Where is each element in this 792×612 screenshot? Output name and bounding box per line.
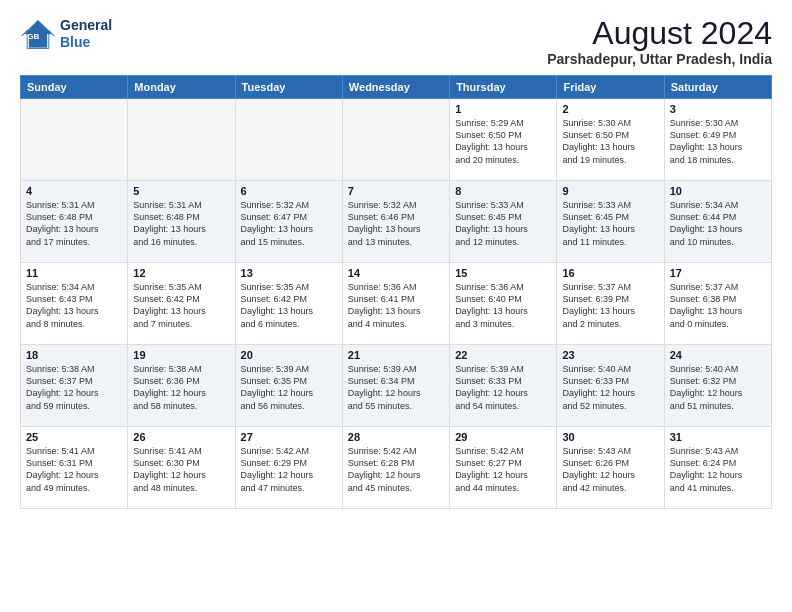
day-info: Sunrise: 5:40 AM Sunset: 6:33 PM Dayligh…	[562, 363, 658, 412]
logo-icon: GB	[20, 16, 56, 52]
calendar-cell: 5Sunrise: 5:31 AM Sunset: 6:48 PM Daylig…	[128, 181, 235, 263]
calendar-cell: 24Sunrise: 5:40 AM Sunset: 6:32 PM Dayli…	[664, 345, 771, 427]
day-info: Sunrise: 5:33 AM Sunset: 6:45 PM Dayligh…	[455, 199, 551, 248]
day-number: 4	[26, 185, 122, 197]
day-number: 31	[670, 431, 766, 443]
day-number: 20	[241, 349, 337, 361]
weekday-header: Tuesday	[235, 76, 342, 99]
day-number: 12	[133, 267, 229, 279]
day-number: 9	[562, 185, 658, 197]
day-number: 14	[348, 267, 444, 279]
day-info: Sunrise: 5:37 AM Sunset: 6:38 PM Dayligh…	[670, 281, 766, 330]
weekday-header: Sunday	[21, 76, 128, 99]
calendar-cell: 3Sunrise: 5:30 AM Sunset: 6:49 PM Daylig…	[664, 99, 771, 181]
day-number: 22	[455, 349, 551, 361]
calendar-cell: 2Sunrise: 5:30 AM Sunset: 6:50 PM Daylig…	[557, 99, 664, 181]
calendar-cell: 20Sunrise: 5:39 AM Sunset: 6:35 PM Dayli…	[235, 345, 342, 427]
day-info: Sunrise: 5:33 AM Sunset: 6:45 PM Dayligh…	[562, 199, 658, 248]
day-number: 5	[133, 185, 229, 197]
day-info: Sunrise: 5:39 AM Sunset: 6:35 PM Dayligh…	[241, 363, 337, 412]
calendar-cell: 28Sunrise: 5:42 AM Sunset: 6:28 PM Dayli…	[342, 427, 449, 509]
day-number: 30	[562, 431, 658, 443]
day-number: 28	[348, 431, 444, 443]
calendar-week-row: 4Sunrise: 5:31 AM Sunset: 6:48 PM Daylig…	[21, 181, 772, 263]
logo: GB General Blue	[20, 16, 112, 52]
day-number: 29	[455, 431, 551, 443]
title-area: August 2024 Parshadepur, Uttar Pradesh, …	[547, 16, 772, 67]
day-info: Sunrise: 5:31 AM Sunset: 6:48 PM Dayligh…	[26, 199, 122, 248]
day-info: Sunrise: 5:32 AM Sunset: 6:46 PM Dayligh…	[348, 199, 444, 248]
day-number: 1	[455, 103, 551, 115]
day-info: Sunrise: 5:29 AM Sunset: 6:50 PM Dayligh…	[455, 117, 551, 166]
day-info: Sunrise: 5:42 AM Sunset: 6:27 PM Dayligh…	[455, 445, 551, 494]
calendar-cell: 15Sunrise: 5:36 AM Sunset: 6:40 PM Dayli…	[450, 263, 557, 345]
calendar-cell: 9Sunrise: 5:33 AM Sunset: 6:45 PM Daylig…	[557, 181, 664, 263]
calendar-cell: 23Sunrise: 5:40 AM Sunset: 6:33 PM Dayli…	[557, 345, 664, 427]
day-info: Sunrise: 5:43 AM Sunset: 6:24 PM Dayligh…	[670, 445, 766, 494]
calendar-cell: 26Sunrise: 5:41 AM Sunset: 6:30 PM Dayli…	[128, 427, 235, 509]
day-info: Sunrise: 5:41 AM Sunset: 6:30 PM Dayligh…	[133, 445, 229, 494]
day-number: 8	[455, 185, 551, 197]
day-info: Sunrise: 5:39 AM Sunset: 6:34 PM Dayligh…	[348, 363, 444, 412]
day-info: Sunrise: 5:42 AM Sunset: 6:28 PM Dayligh…	[348, 445, 444, 494]
day-number: 24	[670, 349, 766, 361]
calendar-cell: 29Sunrise: 5:42 AM Sunset: 6:27 PM Dayli…	[450, 427, 557, 509]
day-info: Sunrise: 5:40 AM Sunset: 6:32 PM Dayligh…	[670, 363, 766, 412]
calendar-cell: 16Sunrise: 5:37 AM Sunset: 6:39 PM Dayli…	[557, 263, 664, 345]
day-number: 6	[241, 185, 337, 197]
day-number: 19	[133, 349, 229, 361]
calendar-week-row: 25Sunrise: 5:41 AM Sunset: 6:31 PM Dayli…	[21, 427, 772, 509]
calendar-cell: 4Sunrise: 5:31 AM Sunset: 6:48 PM Daylig…	[21, 181, 128, 263]
logo-text: General Blue	[60, 17, 112, 51]
calendar-cell: 10Sunrise: 5:34 AM Sunset: 6:44 PM Dayli…	[664, 181, 771, 263]
calendar-week-row: 11Sunrise: 5:34 AM Sunset: 6:43 PM Dayli…	[21, 263, 772, 345]
calendar-cell: 8Sunrise: 5:33 AM Sunset: 6:45 PM Daylig…	[450, 181, 557, 263]
day-number: 26	[133, 431, 229, 443]
calendar-cell	[21, 99, 128, 181]
day-info: Sunrise: 5:31 AM Sunset: 6:48 PM Dayligh…	[133, 199, 229, 248]
calendar-cell: 17Sunrise: 5:37 AM Sunset: 6:38 PM Dayli…	[664, 263, 771, 345]
calendar-cell: 22Sunrise: 5:39 AM Sunset: 6:33 PM Dayli…	[450, 345, 557, 427]
day-info: Sunrise: 5:38 AM Sunset: 6:37 PM Dayligh…	[26, 363, 122, 412]
day-info: Sunrise: 5:41 AM Sunset: 6:31 PM Dayligh…	[26, 445, 122, 494]
calendar-week-row: 18Sunrise: 5:38 AM Sunset: 6:37 PM Dayli…	[21, 345, 772, 427]
day-info: Sunrise: 5:34 AM Sunset: 6:43 PM Dayligh…	[26, 281, 122, 330]
day-number: 10	[670, 185, 766, 197]
calendar-cell: 11Sunrise: 5:34 AM Sunset: 6:43 PM Dayli…	[21, 263, 128, 345]
calendar-cell: 14Sunrise: 5:36 AM Sunset: 6:41 PM Dayli…	[342, 263, 449, 345]
calendar-cell: 18Sunrise: 5:38 AM Sunset: 6:37 PM Dayli…	[21, 345, 128, 427]
day-number: 18	[26, 349, 122, 361]
calendar-cell: 7Sunrise: 5:32 AM Sunset: 6:46 PM Daylig…	[342, 181, 449, 263]
main-title: August 2024	[547, 16, 772, 51]
day-info: Sunrise: 5:30 AM Sunset: 6:49 PM Dayligh…	[670, 117, 766, 166]
calendar-cell: 19Sunrise: 5:38 AM Sunset: 6:36 PM Dayli…	[128, 345, 235, 427]
day-info: Sunrise: 5:39 AM Sunset: 6:33 PM Dayligh…	[455, 363, 551, 412]
day-number: 11	[26, 267, 122, 279]
day-number: 15	[455, 267, 551, 279]
weekday-header: Wednesday	[342, 76, 449, 99]
calendar-cell: 25Sunrise: 5:41 AM Sunset: 6:31 PM Dayli…	[21, 427, 128, 509]
day-number: 23	[562, 349, 658, 361]
day-info: Sunrise: 5:36 AM Sunset: 6:41 PM Dayligh…	[348, 281, 444, 330]
weekday-header: Monday	[128, 76, 235, 99]
day-number: 25	[26, 431, 122, 443]
calendar-cell: 13Sunrise: 5:35 AM Sunset: 6:42 PM Dayli…	[235, 263, 342, 345]
svg-text:GB: GB	[27, 32, 39, 41]
day-info: Sunrise: 5:37 AM Sunset: 6:39 PM Dayligh…	[562, 281, 658, 330]
header: GB General Blue August 2024 Parshadepur,…	[20, 16, 772, 67]
calendar-cell: 21Sunrise: 5:39 AM Sunset: 6:34 PM Dayli…	[342, 345, 449, 427]
calendar-header-row: SundayMondayTuesdayWednesdayThursdayFrid…	[21, 76, 772, 99]
day-number: 21	[348, 349, 444, 361]
day-info: Sunrise: 5:42 AM Sunset: 6:29 PM Dayligh…	[241, 445, 337, 494]
day-number: 16	[562, 267, 658, 279]
calendar-cell: 12Sunrise: 5:35 AM Sunset: 6:42 PM Dayli…	[128, 263, 235, 345]
subtitle: Parshadepur, Uttar Pradesh, India	[547, 51, 772, 67]
day-info: Sunrise: 5:35 AM Sunset: 6:42 PM Dayligh…	[133, 281, 229, 330]
day-info: Sunrise: 5:38 AM Sunset: 6:36 PM Dayligh…	[133, 363, 229, 412]
calendar-cell: 6Sunrise: 5:32 AM Sunset: 6:47 PM Daylig…	[235, 181, 342, 263]
day-number: 2	[562, 103, 658, 115]
weekday-header: Thursday	[450, 76, 557, 99]
calendar-cell: 30Sunrise: 5:43 AM Sunset: 6:26 PM Dayli…	[557, 427, 664, 509]
calendar-week-row: 1Sunrise: 5:29 AM Sunset: 6:50 PM Daylig…	[21, 99, 772, 181]
day-number: 7	[348, 185, 444, 197]
